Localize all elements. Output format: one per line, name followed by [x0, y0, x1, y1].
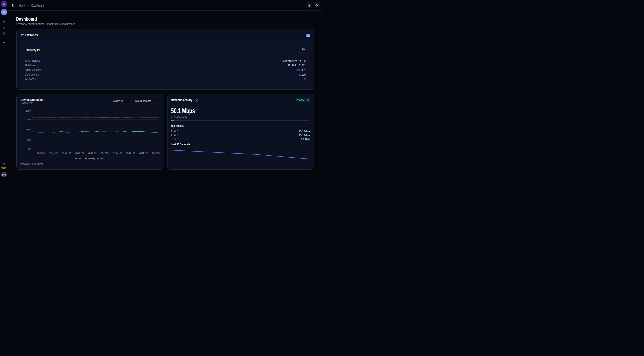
svg-text:50%: 50%	[27, 128, 31, 131]
svg-text:Disk: Disk	[100, 157, 104, 160]
svg-text:25%: 25%	[27, 138, 31, 141]
svg-text:Memory: Memory	[88, 157, 95, 160]
svg-text:06:30 PM: 06:30 PM	[100, 151, 109, 154]
svg-text:75%: 75%	[27, 118, 31, 121]
svg-text:0%: 0%	[28, 148, 31, 150]
svg-text:CPU: CPU	[78, 157, 82, 160]
svg-text:06:33 PM: 06:33 PM	[126, 151, 135, 154]
svg-text:06:35 PM: 06:35 PM	[139, 151, 148, 154]
svg-text:06:29 PM: 06:29 PM	[88, 151, 96, 154]
svg-text:06:27 PM: 06:27 PM	[75, 151, 84, 154]
svg-text:06:32 PM: 06:32 PM	[113, 151, 122, 154]
svg-text:06:23 PM: 06:23 PM	[37, 151, 46, 154]
svg-text:06:26 PM: 06:26 PM	[62, 151, 71, 154]
svg-text:06:24 PM: 06:24 PM	[50, 151, 58, 154]
svg-text:06:37 PM: 06:37 PM	[152, 151, 160, 154]
svg-text:100%: 100%	[26, 109, 31, 112]
